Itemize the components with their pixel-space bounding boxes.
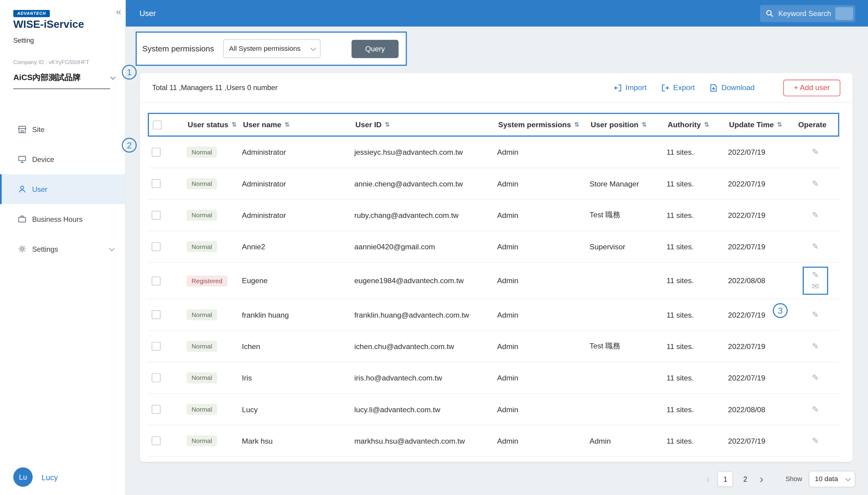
sidebar-item-user[interactable]: User	[0, 174, 125, 204]
edit-icon[interactable]: ✎	[812, 147, 819, 158]
user-id: ichen.chu@advantech.com.tw	[349, 342, 491, 350]
user-status-cell: Normal	[181, 178, 236, 189]
edit-icon[interactable]: ✎	[812, 241, 819, 252]
sidebar-menu: SiteDeviceUserBusiness HoursSettings	[0, 115, 125, 264]
sort-icon[interactable]: ⇅	[777, 121, 782, 129]
import-icon	[613, 83, 622, 92]
next-page-icon[interactable]: ›	[756, 473, 767, 485]
sort-icon[interactable]: ⇅	[284, 121, 290, 129]
sidebar-collapse-icon[interactable]: «	[116, 7, 121, 17]
column-header-user-position[interactable]: User position⇅	[585, 121, 662, 129]
sidebar-item-device[interactable]: Device	[0, 144, 125, 174]
row-checkbox-cell	[148, 310, 181, 319]
row-checkbox[interactable]	[152, 148, 161, 156]
operate-actions: ✎	[812, 241, 819, 252]
column-header-user-id[interactable]: User ID⇅	[350, 121, 493, 129]
user-id: ruby.chang@advantech.com.tw	[349, 211, 491, 219]
page-title: User	[140, 9, 156, 18]
edit-icon[interactable]: ✎	[812, 372, 819, 383]
edit-icon[interactable]: ✎	[812, 178, 819, 189]
page-button-2[interactable]: 2	[738, 471, 753, 487]
row-checkbox[interactable]	[152, 342, 161, 351]
authority: 11 sites.	[661, 211, 722, 219]
operate-actions: ✎	[812, 435, 819, 446]
export-icon	[661, 83, 670, 92]
authority: 11 sites.	[661, 148, 722, 156]
search-icon	[766, 9, 774, 17]
operate-cell: ✎	[791, 309, 839, 320]
row-checkbox[interactable]	[152, 211, 161, 220]
sidebar-item-label: Device	[32, 155, 54, 163]
edit-icon[interactable]: ✎	[812, 209, 819, 221]
column-header-operate[interactable]: Operate	[793, 121, 840, 129]
column-label: Operate	[798, 121, 826, 129]
user-status-cell: Normal	[181, 309, 236, 320]
sort-icon[interactable]: ⇅	[385, 121, 390, 129]
operate-cell: ✎	[791, 372, 839, 383]
row-checkbox[interactable]	[152, 310, 161, 319]
page-size-select[interactable]: 10 data	[809, 471, 855, 488]
column-header-system-permissions[interactable]: System permissions⇅	[493, 121, 585, 129]
page-button-1[interactable]: 1	[718, 471, 733, 487]
update-time: 2022/07/19	[722, 148, 792, 156]
edit-icon[interactable]: ✎	[812, 341, 819, 352]
row-checkbox[interactable]	[152, 276, 161, 285]
user-status-cell: Normal	[181, 210, 236, 221]
company-id: Company ID : vKYyFG550HFT	[13, 59, 125, 65]
edit-icon[interactable]: ✎	[812, 435, 819, 446]
sort-icon[interactable]: ⇅	[574, 121, 579, 129]
user-status-cell: Normal	[181, 241, 236, 252]
sidebar-item-settings[interactable]: Settings	[0, 234, 125, 264]
edit-icon[interactable]: ✎	[812, 269, 819, 280]
user-id: franklin.huang@advantech.com.tw	[349, 311, 491, 319]
site-icon	[17, 124, 27, 135]
edit-icon[interactable]: ✎	[812, 404, 819, 415]
user-name: Iris	[236, 374, 349, 382]
system-permissions: Admin	[491, 148, 584, 156]
table-header-row: User status⇅User name⇅User ID⇅System per…	[148, 113, 839, 137]
column-header-user-status[interactable]: User status⇅	[182, 121, 238, 129]
sort-icon[interactable]: ⇅	[642, 121, 647, 129]
brand-selector[interactable]: AiCS內部測試品牌	[13, 72, 114, 83]
column-header-authority[interactable]: Authority⇅	[662, 121, 723, 129]
system-permissions: Admin	[491, 276, 584, 285]
user-position: Supervisor	[584, 243, 661, 251]
system-permissions-select[interactable]: All System permissions	[223, 39, 320, 58]
add-user-button[interactable]: + Add user	[783, 80, 840, 96]
system-permissions: Admin	[491, 211, 584, 219]
update-time: 2022/08/08	[722, 405, 792, 413]
table-row: NormalLucylucy.li@advantech.com.twAdmin1…	[148, 394, 839, 425]
column-header-update-time[interactable]: Update Time⇅	[723, 121, 793, 129]
resend-mail-icon[interactable]: ✉	[812, 281, 819, 292]
row-checkbox-cell	[148, 276, 181, 285]
sidebar-item-business-hours[interactable]: Business Hours	[0, 204, 125, 234]
export-button[interactable]: Export	[661, 83, 695, 92]
column-label: User position	[591, 121, 638, 129]
column-label: User name	[243, 121, 281, 129]
query-button[interactable]: Query	[351, 39, 399, 58]
user-name: Administrator	[236, 148, 349, 156]
row-checkbox[interactable]	[152, 405, 161, 414]
previous-page-icon[interactable]: ‹	[703, 473, 713, 485]
avatar: Lu	[13, 467, 33, 487]
sidebar: « ADVANTECH WISE-iService Setting Compan…	[0, 0, 126, 495]
settings-icon	[17, 244, 27, 254]
status-badge: Normal	[186, 341, 217, 352]
app-title: WISE-iService	[13, 18, 125, 30]
row-checkbox[interactable]	[152, 374, 161, 382]
edit-icon[interactable]: ✎	[812, 309, 819, 320]
search-input[interactable]	[778, 9, 835, 17]
row-checkbox[interactable]	[152, 179, 161, 188]
select-all-checkbox[interactable]	[153, 121, 162, 129]
sidebar-item-site[interactable]: Site	[0, 115, 125, 144]
user-table-card: Total 11 ,Managers 11 ,Users 0 number Im…	[140, 73, 853, 462]
download-button[interactable]: Download	[709, 83, 755, 92]
column-header-user-name[interactable]: User name⇅	[238, 121, 350, 129]
user-position: Admin	[584, 437, 661, 445]
sort-icon[interactable]: ⇅	[704, 121, 709, 129]
user-profile[interactable]: Lu Lucy	[13, 467, 58, 487]
sort-icon[interactable]: ⇅	[232, 121, 237, 129]
row-checkbox[interactable]	[152, 242, 161, 251]
row-checkbox[interactable]	[152, 437, 161, 445]
import-button[interactable]: Import	[613, 83, 646, 92]
